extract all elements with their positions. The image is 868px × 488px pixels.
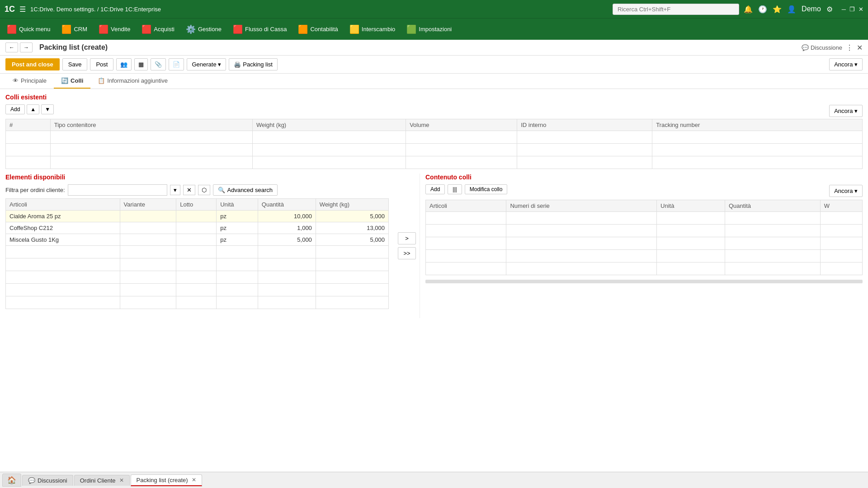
generate-button[interactable]: Generate ▾	[187, 58, 226, 70]
sidebar-item-impostazioni[interactable]: 🟩 Impostazioni	[402, 22, 456, 37]
sidebar-item-quick-menu[interactable]: 🟥 Quick menu	[2, 22, 55, 37]
bottom-split: Elementi disponibili Filtra per ordini c…	[5, 174, 863, 318]
post-and-close-button[interactable]: Post and close	[5, 58, 60, 70]
sidebar-item-crm[interactable]: 🟧 CRM	[57, 22, 92, 37]
packing-tab-label: Packing list (create)	[137, 477, 188, 483]
copy-button[interactable]: 👥	[116, 58, 132, 70]
settings-icon[interactable]: ⚙	[826, 5, 833, 14]
colli-ancora-button[interactable]: Ancora ▾	[829, 105, 863, 117]
cell-articoli: CoffeShop C212	[6, 222, 120, 234]
history-icon[interactable]: 🕐	[758, 5, 767, 14]
vendite-icon: 🟥	[99, 24, 108, 34]
cell-variante	[120, 211, 176, 222]
tab-colli[interactable]: 🔄 Colli	[54, 74, 90, 89]
ancora-button[interactable]: Ancora ▾	[829, 58, 863, 70]
table-row	[6, 131, 863, 144]
discussione-button[interactable]: 💬 Discussione	[802, 44, 842, 51]
barcode-button[interactable]: |||	[448, 184, 462, 194]
bottom-tab-packing[interactable]: Packing list (create) ✕	[131, 474, 202, 486]
col-variante: Variante	[120, 199, 176, 211]
doc-button[interactable]: 📄	[169, 58, 184, 70]
more-button[interactable]: ⋮	[846, 43, 853, 52]
interscambio-icon: 🟨	[349, 24, 359, 34]
restore-icon[interactable]: ❐	[849, 6, 855, 13]
col-articoli: Articoli	[6, 199, 120, 211]
sidebar-item-label: CRM	[74, 26, 87, 33]
tab-informazioni[interactable]: 📋 Informazioni aggiuntive	[90, 74, 175, 89]
sidebar-item-label: Impostazioni	[419, 26, 452, 33]
user-icon[interactable]: 👤	[787, 5, 796, 14]
ordini-close-button[interactable]: ✕	[119, 477, 124, 483]
view-button[interactable]: ▦	[134, 58, 148, 70]
filter-input[interactable]	[68, 184, 167, 196]
back-button[interactable]: ←	[5, 42, 18, 52]
bottom-tab-ordini[interactable]: Ordini Cliente ✕	[74, 475, 130, 486]
colli-icon: 🔄	[61, 77, 68, 84]
form-content: Colli esistenti Add ▲ ▼ Ancora ▾ # Tipo …	[0, 89, 868, 472]
horizontal-scrollbar[interactable]	[425, 280, 863, 283]
contenuto-add-button[interactable]: Add	[425, 184, 445, 194]
impostazioni-icon: 🟩	[406, 24, 416, 34]
filter-row: Filtra per ordini cliente: ▾ ✕ ⬡ 🔍 Advan…	[5, 184, 389, 196]
attach-button[interactable]: 📎	[151, 58, 166, 70]
top-bar-icons: 🔔 🕐 ⭐ 👤 Demo ⚙	[744, 5, 833, 14]
colli-up-button[interactable]: ▲	[27, 104, 39, 114]
sidebar-item-contabilita[interactable]: 🟧 Contabilità	[293, 22, 342, 37]
cell-unita: pz	[217, 211, 258, 222]
table-row[interactable]: Cialde Aroma 25 pz pz 10,000 5,000	[6, 211, 389, 222]
bell-icon[interactable]: 🔔	[744, 5, 753, 14]
advanced-search-button[interactable]: 🔍 Advanced search	[213, 184, 278, 196]
document-header: ← → Packing list (create) 💬 Discussione …	[0, 40, 868, 56]
main-content: ← → Packing list (create) 💬 Discussione …	[0, 40, 868, 472]
table-row	[6, 296, 389, 309]
sidebar-item-gestione[interactable]: ⚙️ Gestione	[181, 22, 226, 37]
table-row	[426, 263, 863, 275]
star-icon[interactable]: ⭐	[773, 5, 782, 14]
forward-button[interactable]: →	[20, 42, 33, 52]
bottom-tab-home[interactable]: 🏠	[2, 474, 21, 487]
close-doc-button[interactable]: ✕	[857, 43, 863, 52]
close-icon[interactable]: ✕	[859, 6, 863, 13]
sidebar-item-acquisti[interactable]: 🟥 Acquisti	[137, 22, 179, 37]
filter-clear-button[interactable]: ✕	[183, 185, 195, 195]
elementi-disponibili-table[interactable]: Articoli Variante Lotto Unità Quantità W…	[5, 198, 389, 309]
post-button[interactable]: Post	[90, 58, 113, 70]
move-all-button[interactable]: >>	[398, 247, 416, 259]
modifica-collo-button[interactable]: Modifica collo	[465, 184, 508, 194]
packing-list-button[interactable]: 🖨️ Packing list	[229, 58, 278, 70]
search-input[interactable]	[613, 4, 739, 15]
save-button[interactable]: Save	[62, 58, 88, 70]
filter-dropdown-button[interactable]: ▾	[170, 185, 180, 195]
move-single-button[interactable]: >	[398, 232, 416, 244]
tab-principale[interactable]: 👁 Principale	[5, 74, 54, 89]
packing-close-button[interactable]: ✕	[192, 477, 196, 483]
bottom-tab-discussioni[interactable]: 💬 Discussioni	[22, 475, 73, 486]
cell-lotto	[176, 234, 217, 246]
filter-expand-button[interactable]: ⬡	[198, 185, 210, 195]
colli-toolbar: Add ▲ ▼	[5, 104, 54, 114]
sidebar-item-label: Flusso di Cassa	[245, 26, 287, 33]
col-lotto: Lotto	[176, 199, 217, 211]
contenuto-ancora-button[interactable]: Ancora ▾	[829, 185, 863, 197]
tab-principale-label: Principale	[21, 77, 47, 84]
cell-articoli: Cialde Aroma 25 pz	[6, 211, 120, 222]
minimize-icon[interactable]: ─	[842, 6, 846, 13]
contenuto-table-scroll[interactable]: Articoli Numeri di serie Unità Quantità …	[425, 200, 863, 314]
colli-down-button[interactable]: ▼	[41, 104, 54, 114]
window-controls: ─ ❐ ✕	[842, 6, 863, 13]
sidebar-item-flusso[interactable]: 🟥 Flusso di Cassa	[228, 22, 291, 37]
colli-add-button[interactable]: Add	[5, 104, 25, 114]
table-row[interactable]: Miscela Gusto 1Kg pz 5,000 5,000	[6, 234, 389, 246]
gestione-icon: ⚙️	[186, 24, 196, 34]
sidebar-item-interscambio[interactable]: 🟨 Interscambio	[345, 22, 400, 37]
col-tipo: Tipo contenitore	[50, 119, 252, 131]
packing-list-label: Packing list	[243, 61, 273, 68]
contabilita-icon: 🟧	[298, 24, 308, 34]
table-row	[426, 212, 863, 225]
col-w: W	[820, 200, 862, 212]
printer-icon: 🖨️	[234, 61, 241, 68]
doc-header-right: 💬 Discussione ⋮ ✕	[802, 43, 863, 52]
table-row[interactable]: CoffeShop C212 pz 1,000 13,000	[6, 222, 389, 234]
hamburger-menu-icon[interactable]: ☰	[19, 5, 26, 14]
sidebar-item-vendite[interactable]: 🟥 Vendite	[94, 22, 135, 37]
